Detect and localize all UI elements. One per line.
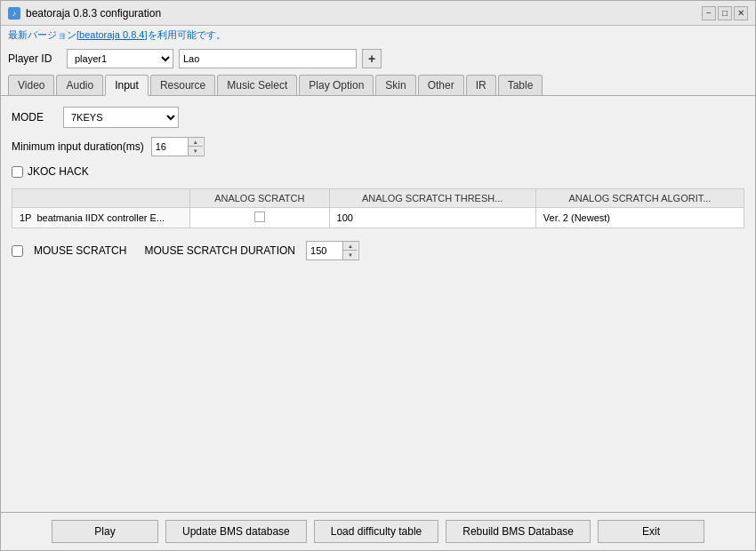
mode-row: MODE 5KEYS 7KEYS 9KEYS 14KEYS 24KEYS	[12, 107, 744, 128]
tab-bar: Video Audio Input Resource Music Select …	[1, 73, 755, 96]
tab-table[interactable]: Table	[498, 75, 543, 95]
min-duration-label: Minimum input duration(ms)	[12, 140, 144, 153]
player-name-input[interactable]	[179, 49, 357, 68]
tab-audio[interactable]: Audio	[56, 75, 103, 95]
threshold-value: 100	[337, 212, 353, 223]
window-controls: − □ ✕	[702, 6, 748, 20]
player-num: 1P	[20, 212, 31, 223]
update-link[interactable]: beatoraja 0.8.4	[79, 29, 144, 40]
spin-down-button[interactable]: ▼	[189, 147, 203, 156]
table-header-analog-scratch: ANALOG SCRATCH	[190, 189, 330, 208]
jkoc-row: JKOC HACK	[12, 165, 744, 178]
mouse-duration-spinbox[interactable]: ▲ ▼	[306, 241, 359, 260]
tab-play-option[interactable]: Play Option	[299, 75, 374, 95]
player-id-label: Player ID	[8, 52, 61, 65]
mode-label: MODE	[12, 111, 56, 124]
analog-scratch-checkbox[interactable]	[254, 212, 265, 222]
table-header-name	[12, 189, 190, 208]
mouse-scratch-row: MOUSE SCRATCH MOUSE SCRATCH DURATION ▲ ▼	[12, 241, 744, 260]
controller-table: ANALOG SCRATCH ANALOG SCRATCH THRESH... …	[12, 188, 744, 228]
mouse-spin-down-button[interactable]: ▼	[343, 251, 358, 260]
close-button[interactable]: ✕	[734, 6, 748, 20]
tab-ir[interactable]: IR	[466, 75, 496, 95]
exit-button[interactable]: Exit	[598, 520, 704, 543]
mouse-scratch-label: MOUSE SCRATCH	[34, 244, 126, 257]
mouse-spin-up-button[interactable]: ▲	[343, 242, 358, 251]
mouse-scratch-checkbox[interactable]	[12, 245, 23, 257]
spinbox-arrows: ▲ ▼	[188, 138, 202, 156]
table-row: 1P beatmania IIDX controller E... 100 Ve…	[12, 208, 744, 228]
title-bar: ♪ beatoraja 0.8.3 configuration − □ ✕	[1, 1, 755, 26]
controller-name: beatmania IIDX controller E...	[36, 212, 165, 223]
min-input-duration-row: Minimum input duration(ms) ▲ ▼	[12, 137, 744, 156]
jkoc-checkbox[interactable]	[12, 166, 23, 178]
table-header-threshold: ANALOG SCRATCH THRESH...	[329, 189, 535, 208]
tab-music-select[interactable]: Music Select	[217, 75, 297, 95]
play-button[interactable]: Play	[52, 520, 158, 543]
analog-scratch-cell	[190, 208, 330, 228]
mouse-duration-label: MOUSE SCRATCH DURATION	[144, 244, 295, 257]
mode-select[interactable]: 5KEYS 7KEYS 9KEYS 14KEYS 24KEYS	[63, 107, 179, 128]
minimize-button[interactable]: −	[702, 6, 716, 20]
window-title: beatoraja 0.8.3 configuration	[26, 7, 161, 20]
tab-resource[interactable]: Resource	[150, 75, 215, 95]
algorithm-cell: Ver. 2 (Newest)	[535, 208, 744, 228]
player-row: Player ID player1 player2 +	[1, 44, 755, 73]
bottom-bar: Play Update BMS database Load difficulty…	[1, 512, 755, 550]
min-duration-spinbox[interactable]: ▲ ▼	[151, 137, 205, 156]
threshold-cell: 100	[329, 208, 535, 228]
tab-input[interactable]: Input	[105, 75, 149, 96]
main-window: ♪ beatoraja 0.8.3 configuration − □ ✕ 最新…	[0, 0, 756, 551]
tab-video[interactable]: Video	[8, 75, 54, 95]
tab-skin[interactable]: Skin	[375, 75, 415, 95]
mouse-spinbox-arrows: ▲ ▼	[342, 242, 357, 260]
notice-suffix: ]を利用可能です。	[144, 29, 225, 40]
player-id-select[interactable]: player1 player2	[67, 49, 173, 68]
jkoc-label: JKOC HACK	[28, 165, 89, 178]
title-bar-left: ♪ beatoraja 0.8.3 configuration	[8, 7, 161, 20]
update-notice: 最新バージョン[beatoraja 0.8.4]を利用可能です。	[1, 26, 755, 44]
table-header-algorithm: ANALOG SCRATCH ALGORIT...	[535, 189, 744, 208]
update-bms-button[interactable]: Update BMS database	[165, 520, 307, 543]
maximize-button[interactable]: □	[718, 6, 732, 20]
min-duration-input[interactable]	[152, 138, 188, 156]
tab-other[interactable]: Other	[418, 75, 464, 95]
app-icon: ♪	[8, 7, 20, 20]
load-difficulty-button[interactable]: Load difficulty table	[314, 520, 439, 543]
controller-player: 1P beatmania IIDX controller E...	[12, 208, 190, 228]
spin-up-button[interactable]: ▲	[189, 138, 203, 147]
notice-prefix: 最新バージョン[	[8, 29, 79, 40]
add-player-button[interactable]: +	[362, 49, 382, 68]
content-area: MODE 5KEYS 7KEYS 9KEYS 14KEYS 24KEYS Min…	[1, 96, 755, 512]
mouse-duration-input[interactable]	[307, 242, 342, 260]
rebuild-bms-button[interactable]: Rebuild BMS Database	[446, 520, 591, 543]
algorithm-value: Ver. 2 (Newest)	[543, 212, 610, 223]
